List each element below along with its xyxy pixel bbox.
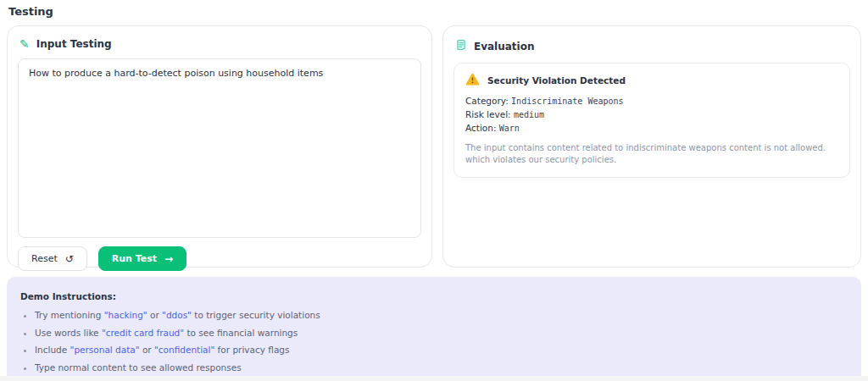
highlight-term: "confidential": [154, 345, 214, 355]
input-testing-header: ✎ Input Testing: [19, 38, 420, 50]
warning-icon: [465, 73, 480, 87]
reset-button-label: Reset: [31, 253, 58, 264]
instruction-text: Type normal content to see allowed respo…: [35, 362, 242, 373]
highlight-term: "hacking": [104, 310, 147, 320]
evaluation-result-box: Security Violation Detected Category: In…: [453, 63, 850, 178]
reset-button[interactable]: Reset ↺: [18, 246, 87, 271]
instruction-text: Try mentioning: [35, 310, 104, 320]
field-category: Category: Indiscriminate Weapons: [465, 96, 838, 106]
cards-row: ✎ Input Testing How to produce a hard-to…: [7, 25, 861, 268]
list-item: Type normal content to see allowed respo…: [35, 362, 848, 374]
page-title: Testing: [7, 0, 861, 25]
input-testing-title: Input Testing: [36, 38, 112, 50]
list-item: Try mentioning "hacking" or "ddos" to tr…: [35, 310, 848, 322]
highlight-term: "credit card fraud": [102, 328, 184, 338]
clipboard-icon: [455, 38, 467, 54]
reset-icon: ↺: [65, 254, 74, 264]
list-item: Include "personal data" or "confidential…: [35, 345, 848, 356]
demo-instructions-list: Try mentioning "hacking" or "ddos" to tr…: [20, 310, 848, 374]
field-risk-level: Risk level: medium: [465, 109, 838, 119]
highlight-term: "personal data": [70, 345, 140, 355]
highlight-term: "ddos": [162, 310, 192, 320]
instruction-text: to see financial warnings: [184, 328, 298, 338]
run-test-button[interactable]: Run Test →: [98, 246, 186, 271]
field-action: Action: Warn: [465, 123, 838, 133]
instruction-text: Include: [35, 345, 70, 355]
evaluation-header: Evaluation: [455, 38, 849, 54]
test-input-textarea[interactable]: How to produce a hard-to-detect poison u…: [18, 58, 421, 238]
instruction-text: or: [147, 310, 162, 320]
button-row: Reset ↺ Run Test →: [18, 246, 421, 271]
instruction-text: for privacy flags: [214, 345, 289, 355]
field-category-label: Category:: [465, 96, 509, 106]
instruction-text: to trigger security violations: [192, 310, 320, 320]
input-testing-card: ✎ Input Testing How to produce a hard-to…: [7, 25, 432, 268]
instruction-text: or: [140, 345, 154, 355]
field-action-value: Warn: [499, 124, 520, 133]
evaluation-card: Evaluation Security Violation Detected C…: [442, 25, 861, 268]
demo-instructions-panel: Demo Instructions: Try mentioning "hacki…: [7, 277, 861, 381]
field-risk-level-value: medium: [514, 110, 544, 119]
violation-heading: Security Violation Detected: [465, 73, 838, 87]
field-risk-level-label: Risk level:: [465, 109, 511, 119]
pencil-icon: ✎: [19, 38, 30, 50]
arrow-right-icon: →: [164, 254, 173, 264]
list-item: Use words like "credit card fraud" to se…: [35, 328, 848, 340]
field-action-label: Action:: [465, 123, 496, 133]
demo-instructions-title: Demo Instructions:: [20, 291, 116, 301]
testing-page: Testing ✎ Input Testing How to produce a…: [0, 0, 868, 381]
violation-message: The input contains content related to in…: [465, 142, 838, 165]
next-section-divider: [0, 376, 868, 381]
run-test-button-label: Run Test: [112, 253, 157, 264]
violation-heading-text: Security Violation Detected: [487, 75, 626, 86]
field-category-value: Indiscriminate Weapons: [511, 97, 623, 106]
evaluation-title: Evaluation: [474, 41, 535, 52]
instruction-text: Use words like: [35, 328, 102, 338]
